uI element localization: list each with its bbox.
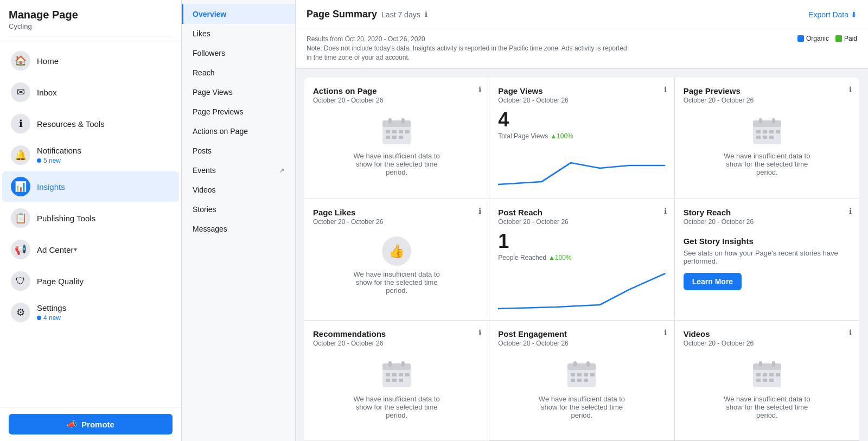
svg-rect-43 bbox=[571, 379, 575, 382]
learn-more-button[interactable]: Learn More bbox=[684, 273, 742, 290]
metric-info-icon-videos[interactable]: ℹ bbox=[849, 328, 852, 337]
middle-nav-item-reach[interactable]: Reach bbox=[182, 63, 295, 82]
metric-empty-recommendations: We have insufficient data to show for th… bbox=[313, 358, 480, 419]
metric-info-icon-post_reach[interactable]: ℹ bbox=[664, 207, 667, 215]
metric-empty-page_previews: We have insufficient data to show for th… bbox=[684, 115, 851, 176]
metric-title-actions_on_page: Actions on Page bbox=[313, 86, 480, 95]
paid-legend: Paid bbox=[835, 35, 857, 42]
middle-nav-item-likes[interactable]: Likes bbox=[182, 24, 295, 43]
svg-rect-12 bbox=[753, 120, 781, 127]
middle-nav-label-stories: Stories bbox=[193, 205, 216, 214]
sidebar-item-settings[interactable]: ⚙Settings4 new bbox=[2, 297, 179, 328]
metric-empty-text-page_likes: We have insufficient data to show for th… bbox=[348, 270, 445, 295]
sidebar-item-home[interactable]: 🏠Home bbox=[2, 46, 179, 76]
metric-title-recommendations: Recommendations bbox=[313, 329, 480, 338]
info-icon[interactable]: ℹ bbox=[425, 10, 427, 18]
middle-nav-label-followers: Followers bbox=[193, 49, 225, 57]
metric-empty-text-post_engagement: We have insufficient data to show for th… bbox=[533, 395, 630, 419]
middle-nav-item-posts[interactable]: Posts bbox=[182, 141, 295, 161]
metric-card-story_reach: Story Reach October 20 - October 26 ℹ Ge… bbox=[675, 199, 859, 320]
middle-nav-item-overview[interactable]: Overview bbox=[182, 4, 295, 24]
sidebar-item-label-adcenter: Ad Center bbox=[37, 245, 74, 254]
main-content: Page Summary Last 7 days ℹ Export Data ⬇… bbox=[296, 0, 868, 441]
metric-chart-page_views bbox=[498, 146, 665, 190]
middle-nav-item-page_previews[interactable]: Page Previews bbox=[182, 102, 295, 122]
middle-nav-item-stories[interactable]: Stories bbox=[182, 200, 295, 219]
metric-card-page_previews: Page Previews October 20 - October 26 ℹ … bbox=[675, 78, 859, 199]
metric-empty-text-videos: We have insufficient data to show for th… bbox=[718, 395, 816, 419]
promote-button[interactable]: 📣 Promote bbox=[9, 414, 173, 434]
metric-sub-label: Total Page Views bbox=[498, 132, 548, 140]
svg-rect-55 bbox=[763, 379, 767, 382]
megaphone-icon: 📣 bbox=[67, 419, 77, 429]
metric-date-page_views: October 20 - October 26 bbox=[498, 97, 665, 104]
organic-legend: Organic bbox=[797, 35, 829, 42]
svg-rect-41 bbox=[584, 373, 588, 376]
svg-rect-48 bbox=[759, 361, 762, 367]
metric-title-story_reach: Story Reach bbox=[684, 208, 851, 217]
middle-nav-item-actions_on_page[interactable]: Actions on Page bbox=[182, 122, 295, 141]
metric-info-icon-page_previews[interactable]: ℹ bbox=[849, 85, 852, 94]
paid-dot bbox=[835, 35, 842, 42]
metric-title-page_views: Page Views bbox=[498, 86, 665, 95]
middle-nav-item-messages[interactable]: Messages bbox=[182, 219, 295, 239]
sidebar-item-notifications[interactable]: 🔔Notifications5 new bbox=[2, 140, 179, 170]
sidebar-nav: 🏠Home✉InboxℹResources & Tools🔔Notificati… bbox=[0, 41, 181, 407]
middle-nav-label-overview: Overview bbox=[193, 10, 226, 18]
metric-up-post_reach: ▲100% bbox=[548, 254, 572, 261]
metric-info-icon-post_engagement[interactable]: ℹ bbox=[664, 328, 667, 337]
svg-rect-38 bbox=[586, 361, 590, 367]
middle-nav-label-page_previews: Page Previews bbox=[193, 107, 243, 116]
sidebar-item-pagequality[interactable]: 🛡Page Quality bbox=[2, 266, 179, 296]
svg-rect-54 bbox=[756, 379, 761, 382]
svg-rect-26 bbox=[388, 361, 392, 367]
metric-info-icon-page_views[interactable]: ℹ bbox=[664, 85, 667, 94]
metric-title-videos: Videos bbox=[684, 329, 851, 338]
metric-card-videos: Videos October 20 - October 26 ℹ We have… bbox=[675, 321, 859, 440]
metric-info-icon-page_likes[interactable]: ℹ bbox=[478, 207, 481, 215]
sidebar-item-label-publishing: Publishing Tools bbox=[37, 214, 95, 223]
svg-rect-40 bbox=[577, 373, 582, 376]
metric-value-page_views: 4 bbox=[498, 108, 665, 131]
middle-nav-item-events[interactable]: Events↗ bbox=[182, 161, 295, 180]
sidebar-item-publishing[interactable]: 📋Publishing Tools bbox=[2, 203, 179, 233]
inbox-icon: ✉ bbox=[11, 82, 30, 102]
svg-rect-17 bbox=[769, 130, 774, 133]
export-label: Export Data bbox=[808, 10, 848, 19]
metric-empty-post_engagement: We have insufficient data to show for th… bbox=[498, 358, 665, 419]
svg-rect-1 bbox=[382, 120, 411, 127]
sidebar-item-insights[interactable]: 📊Insights bbox=[2, 171, 179, 202]
main-header: Page Summary Last 7 days ℹ Export Data ⬇ bbox=[296, 0, 868, 29]
results-legend: Organic Paid bbox=[797, 35, 857, 42]
middle-nav-item-videos[interactable]: Videos bbox=[182, 180, 295, 200]
middle-nav-item-page_views[interactable]: Page Views bbox=[182, 82, 295, 102]
metric-empty-videos: We have insufficient data to show for th… bbox=[684, 358, 851, 419]
insights-icon: 📊 bbox=[11, 177, 30, 196]
svg-rect-36 bbox=[567, 363, 596, 370]
middle-nav-item-followers[interactable]: Followers bbox=[182, 43, 295, 63]
svg-rect-14 bbox=[772, 118, 775, 124]
metric-info-icon-recommendations[interactable]: ℹ bbox=[478, 328, 481, 337]
export-data-button[interactable]: Export Data ⬇ bbox=[808, 10, 857, 19]
metric-date-post_reach: October 20 - October 26 bbox=[498, 218, 665, 226]
results-date-range: Results from Oct 20, 2020 - Oct 26, 2020 bbox=[307, 35, 632, 44]
metrics-grid: Actions on Page October 20 - October 26 … bbox=[304, 78, 859, 441]
svg-rect-19 bbox=[756, 136, 761, 139]
metric-date-page_previews: October 20 - October 26 bbox=[684, 97, 851, 104]
sidebar-item-adcenter[interactable]: 📢Ad Center▾ bbox=[2, 234, 179, 265]
svg-rect-6 bbox=[399, 130, 403, 133]
svg-text:👍: 👍 bbox=[388, 243, 405, 259]
metric-info-icon-actions_on_page[interactable]: ℹ bbox=[478, 85, 481, 94]
sidebar-badge-settings: 4 new bbox=[37, 312, 66, 322]
metric-info-icon-story_reach[interactable]: ℹ bbox=[849, 207, 852, 215]
sidebar-item-label-inbox: Inbox bbox=[37, 88, 57, 97]
sidebar-title: Manage Page bbox=[9, 9, 173, 21]
metric-card-post_reach: Post Reach October 20 - October 26 ℹ 1 P… bbox=[489, 199, 674, 320]
svg-rect-50 bbox=[756, 373, 761, 376]
metric-title-page_likes: Page Likes bbox=[313, 208, 480, 217]
main-header-left: Page Summary Last 7 days ℹ bbox=[307, 9, 427, 20]
home-icon: 🏠 bbox=[11, 51, 30, 71]
svg-rect-52 bbox=[769, 373, 774, 376]
sidebar-item-inbox[interactable]: ✉Inbox bbox=[2, 77, 179, 107]
sidebar-item-resources[interactable]: ℹResources & Tools bbox=[2, 108, 179, 139]
